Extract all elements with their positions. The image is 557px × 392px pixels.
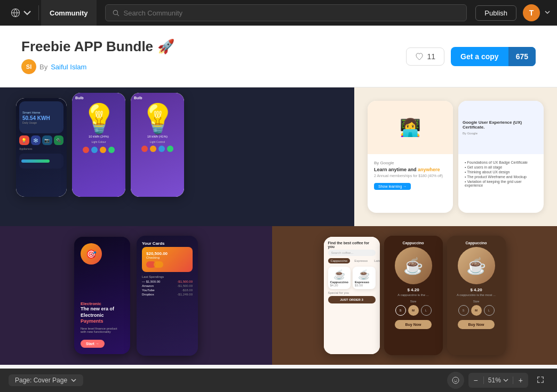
learn-card-1: 👩‍💻 By Google Learn anytime and anywhere…: [368, 101, 453, 213]
phone-1: Smart Home 50.54 KWH Daily Usage 💡 ❄️ 📷 …: [16, 98, 67, 197]
payment-phone-1: 🎯 Electronic The new era of Electronic P…: [74, 237, 130, 354]
canvas-top-row: Smart Home 50.54 KWH Daily Usage 💡 ❄️ 📷 …: [0, 87, 557, 226]
coffee-phone-3: Cappuccino ☕ $ 4.20 A cappuccino is the …: [447, 236, 506, 355]
search-input[interactable]: [124, 9, 460, 17]
canvas-area: Smart Home 50.54 KWH Daily Usage 💡 ❄️ 📷 …: [0, 87, 557, 365]
phone-3: Bulb 💡 18 kWh (41%) Light Control: [131, 93, 184, 197]
avatar[interactable]: T: [523, 4, 540, 21]
get-copy-button[interactable]: Get a copy 675: [451, 47, 536, 66]
search-bar[interactable]: [105, 4, 467, 21]
author-name[interactable]: Saiful Islam: [51, 63, 86, 71]
chevron-down-icon: [22, 8, 32, 18]
coffee-panel: Find the best coffee for you Search coff…: [272, 226, 557, 365]
svg-point-2: [113, 10, 117, 14]
canvas-bottom-row: 🎯 Electronic The new era of Electronic P…: [0, 226, 557, 365]
phones-left: Smart Home 50.54 KWH Daily Usage 💡 ❄️ 📷 …: [16, 93, 184, 197]
header-left: Freebie APP Bundle 🚀 SI By Saiful Islam: [21, 38, 174, 74]
phone-2: Bulb 💡 10 kWh (24%) Light Colour: [72, 93, 125, 197]
coffee-phone-2: Cappuccino ☕ $ 4.20 A cappuccino is the …: [384, 236, 443, 355]
learning-panel: 👩‍💻 By Google Learn anytime and anywhere…: [354, 87, 557, 226]
learn-card-content-2: • Foundations of UX Badge Certificate • …: [458, 154, 544, 194]
header-right: 11 Get a copy 675: [406, 47, 536, 66]
heart-icon: [415, 52, 424, 61]
author-avatar: SI: [21, 59, 36, 74]
like-button[interactable]: 11: [406, 47, 444, 66]
svg-line-3: [117, 14, 118, 16]
author-row: SI By Saiful Islam: [21, 59, 86, 74]
learn-card-2: Google User Experience (UX) Certificate.…: [458, 101, 544, 213]
learn-card-content-1: By Google Learn anytime and anywhere 2 A…: [368, 154, 453, 196]
user-menu[interactable]: T: [523, 4, 551, 21]
nav-divider: [38, 5, 39, 20]
payments-panel: 🎯 Electronic The new era of Electronic P…: [0, 226, 272, 365]
get-copy-label: Get a copy: [451, 47, 508, 66]
search-icon: [112, 9, 120, 17]
world-menu[interactable]: [6, 8, 36, 18]
learn-card-header-2: Google User Experience (UX) Certificate.…: [458, 101, 544, 154]
publish-button[interactable]: Publish: [475, 5, 516, 21]
top-navigation: Community Publish T: [0, 0, 557, 26]
payment-phone-2: Your Cards $20,500.00 Checking Last Spen…: [137, 236, 198, 356]
world-icon: [11, 8, 20, 18]
learn-card-header-1: 👩‍💻: [368, 101, 453, 154]
community-tab[interactable]: Community: [41, 0, 97, 26]
page-title: Freebie APP Bundle 🚀: [21, 38, 174, 55]
file-header: Freebie APP Bundle 🚀 SI By Saiful Islam …: [0, 26, 557, 87]
copy-count: 675: [508, 47, 536, 66]
avatar-chevron: [542, 8, 551, 18]
coffee-phone-1: Find the best coffee for you Search coff…: [324, 237, 380, 354]
